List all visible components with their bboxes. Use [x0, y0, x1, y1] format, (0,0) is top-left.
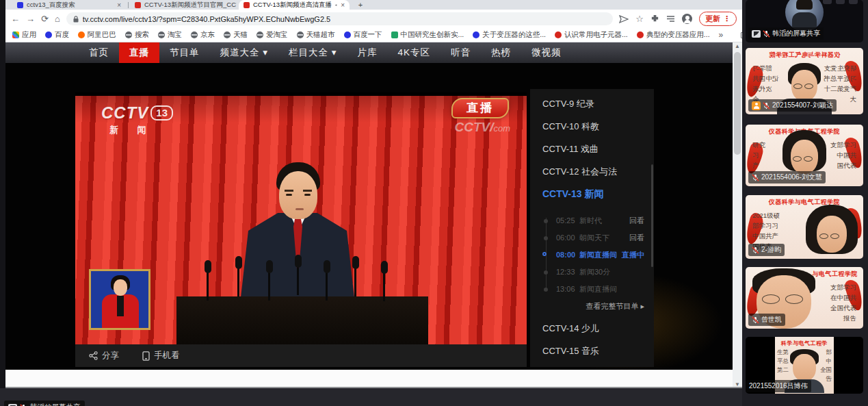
bookmark-label: 搜索 [135, 30, 149, 40]
bookmark-alibaba[interactable]: 阿里巴巴 [78, 30, 116, 40]
channel-cctv10[interactable]: CCTV-10 科教 [530, 115, 654, 138]
microphone [237, 268, 239, 296]
tab-audio-icon[interactable] [335, 2, 337, 8]
bookmark-transformer1[interactable]: 关于变压器的这些... [473, 30, 546, 40]
chrome-update-button[interactable]: 更新 ⋮ [699, 12, 737, 26]
bookmark-label: 百度 [55, 30, 69, 40]
replay-link[interactable]: 回看 [629, 229, 644, 246]
nav-trending[interactable]: 热榜 [481, 42, 521, 63]
participant-tile-liuyingda[interactable]: 仪器科学与电气工程学院 研究生党支部学习 习近平总书记中国共 产党第二十次代表 … [746, 48, 863, 114]
tab-label: CCTV-13新闻频道节目官网_CCT [144, 1, 237, 10]
timeline-dot [544, 270, 548, 275]
menu-dots-icon[interactable]: ⋮ [723, 14, 731, 23]
page-scrollbar[interactable]: ▲ ▼ [733, 42, 742, 388]
nav-4k[interactable]: 4K专区 [388, 42, 441, 63]
new-tab-button[interactable]: + [356, 1, 365, 10]
speaker-brow [285, 190, 293, 192]
channel-cctv12[interactable]: CCTV-12 社会与法 [530, 160, 654, 183]
tab-baidu-search[interactable]: cctv13_百度搜索 × [12, 0, 126, 10]
mic-muted-icon [752, 246, 759, 254]
full-schedule-link[interactable]: 查看完整节目单 ▸ [530, 298, 654, 314]
tab-separator [128, 2, 129, 8]
schedule-row[interactable]: 05:25新时代回看 [530, 212, 654, 229]
tab-cctv-live-active[interactable]: CCTV-13新闻频道高清直播 × [239, 0, 350, 10]
tab-close-icon[interactable]: × [341, 1, 345, 9]
nav-schedule[interactable]: 节目单 [159, 42, 210, 63]
nav-channels-dropdown[interactable]: 频道大全 ▾ [210, 42, 279, 63]
channel-cctv9[interactable]: CCTV-9 纪录 [530, 92, 654, 115]
doc-icon [391, 31, 398, 38]
participant-head [806, 205, 859, 259]
bookmark-graduate[interactable]: 中国研究生创新实... [391, 30, 464, 40]
cctv13-logo: CCTV13 新 闻 [101, 103, 173, 136]
share-label: 分享 [102, 350, 119, 361]
forward-button[interactable]: → [26, 14, 35, 23]
nav-library[interactable]: 片库 [347, 42, 388, 63]
bookmark-taobao[interactable]: 淘宝 [158, 30, 182, 40]
bookmark-baidu[interactable]: 百度 [45, 30, 69, 40]
schedule-row[interactable]: 13:06新闻直播间 [530, 281, 654, 298]
nav-audio[interactable]: 听音 [440, 42, 481, 63]
bookmark-baidu-search[interactable]: 百度一下 [344, 30, 382, 40]
scroll-up-arrow[interactable]: ▲ [733, 43, 742, 49]
tab-close-icon[interactable]: × [117, 1, 121, 9]
bookmark-transformer2[interactable]: 典型的变压器应用... [637, 30, 710, 40]
extensions-icon[interactable] [650, 14, 659, 23]
participant-name-label: 2-游昀 [748, 244, 785, 256]
participant-tile-zengshikai[interactable]: 与电气工程学院 支部学习 在中国共 全国代表 报告 曾世凯 [746, 267, 863, 329]
participant-tile-liuwenhui[interactable]: 仪器科学与电气工程学院 研究支部学习 习中国共 产国代表 2021554006-… [746, 125, 863, 186]
panel-scrollbar[interactable] [651, 164, 653, 267]
schedule-row[interactable]: 06:00朝闻天下回看 [530, 229, 654, 246]
bookmark-apps[interactable]: 应用 [12, 30, 36, 40]
share-button[interactable]: 分享 [89, 350, 119, 361]
participant-tile-lvbowei[interactable]: 科学与电气工程学 生第部 平总中 第二全国 告 2021552016吕博伟 [746, 337, 863, 394]
watermark-com: com [493, 123, 510, 134]
tab-cctv-official[interactable]: CCTV-13新闻频道节目官网_CCT × [130, 0, 237, 10]
nav-microvideo[interactable]: 微视频 [521, 42, 572, 63]
schedule-row[interactable]: 12:33新闻30分 [530, 264, 654, 281]
profile-avatar-icon[interactable] [682, 14, 692, 24]
bookmark-star-icon[interactable]: ☆ [635, 14, 644, 23]
replay-link[interactable]: 回看 [629, 212, 644, 229]
participant-tile-screenshare[interactable]: 韩滔的屏幕共享 [746, 0, 863, 42]
watermark-cctv: CCTV/ [454, 120, 493, 134]
tile-controls[interactable] [823, 0, 858, 4]
send-icon[interactable] [619, 15, 629, 23]
speaker-eye [304, 194, 311, 196]
schedule-time: 08:00 [556, 246, 579, 264]
bookmark-search[interactable]: 搜索 [125, 30, 149, 40]
home-button[interactable]: ⌂ [55, 14, 60, 23]
scrollbar-thumb[interactable] [734, 52, 741, 155]
channel-cctv14[interactable]: CCTV-14 少儿 [530, 317, 654, 340]
live-now-label: 直播中 [622, 246, 644, 264]
reload-button[interactable]: ⟳ [41, 14, 49, 23]
bookmark-jd[interactable]: 京东 [191, 30, 215, 40]
back-button[interactable]: ← [11, 14, 20, 23]
timeline-dot [544, 288, 548, 292]
schedule-row-live[interactable]: 08:00新闻直播间直播中 [530, 246, 654, 264]
red-site-icon [555, 31, 562, 38]
channel-cctv13-active[interactable]: CCTV-13 新闻 [530, 183, 654, 205]
channel-cctv11[interactable]: CCTV-11 戏曲 [530, 138, 654, 160]
schedule-title: 新闻直播间 [579, 251, 617, 259]
bookmark-aitaobao[interactable]: 爱淘宝 [257, 30, 288, 40]
microphone [297, 266, 299, 295]
globe-icon [125, 31, 132, 38]
nav-home[interactable]: 首页 [79, 42, 119, 63]
speaker-mouth [295, 208, 304, 210]
bookmarks-overflow-chevron[interactable]: » [719, 30, 724, 40]
bookmark-components[interactable]: 认识常用电子元器... [555, 30, 628, 40]
video-player[interactable]: CCTV13 新 闻 直播 CCTV/com [75, 92, 527, 344]
bookmark-tmall-market[interactable]: 天猫超市 [297, 30, 335, 40]
address-bar[interactable]: tv.cctv.com/live/cctv13/?spm=C28340.PxtG… [66, 12, 614, 25]
nav-programs-dropdown[interactable]: 栏目大全 ▾ [278, 42, 347, 63]
channel-cctv15[interactable]: CCTV-15 音乐 [530, 340, 654, 362]
schedule-title: 新时代 [579, 216, 602, 225]
participant-tile-youyun[interactable]: 仪器科学与电气工程学院 2021级硕 部学习习 中国共产 国代表 2-游昀 [746, 195, 863, 259]
nav-live[interactable]: 直播 [119, 42, 159, 63]
mic-muted-icon [763, 30, 770, 38]
watch-on-phone-button[interactable]: 手机看 [142, 350, 180, 361]
speaker-brow [303, 190, 312, 192]
bookmark-tmall[interactable]: 天猫 [224, 30, 248, 40]
tab-list-icon[interactable] [666, 15, 675, 23]
